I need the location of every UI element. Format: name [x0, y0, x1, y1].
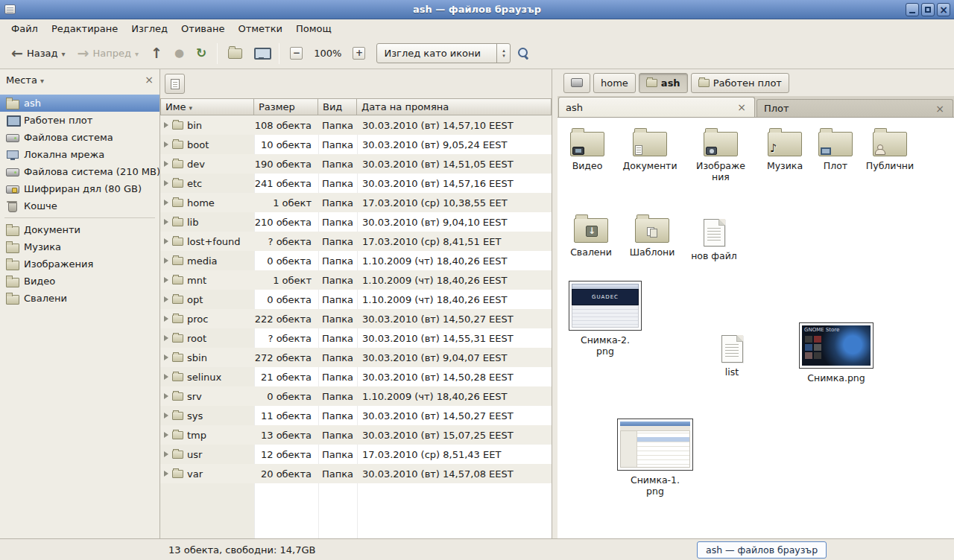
sidebar-item-12[interactable]: Свалени: [0, 290, 159, 307]
expander-icon[interactable]: [164, 413, 168, 419]
column-header-3[interactable]: Дата на промяна: [357, 98, 552, 115]
expander-icon[interactable]: [164, 122, 168, 128]
forward-history-dropdown-icon[interactable]: [135, 48, 139, 58]
icon-view-item-8[interactable]: нов файл: [683, 216, 745, 261]
sidebar-item-3[interactable]: Локална мрежа: [0, 146, 159, 163]
expander-icon[interactable]: [164, 374, 168, 380]
file-row-media[interactable]: media0 обектаПапка1.10.2009 (чт) 18,40,2…: [160, 251, 552, 270]
icon-view-item-12[interactable]: Снимка-1.png: [613, 419, 697, 497]
tab-close-icon[interactable]: [934, 103, 946, 115]
search-button[interactable]: [512, 42, 535, 66]
expander-icon[interactable]: [164, 161, 168, 167]
expander-icon[interactable]: [164, 200, 168, 206]
file-row-opt[interactable]: opt0 обектаПапка1.10.2009 (чт) 18,40,26 …: [160, 290, 552, 309]
taskbar-window-button[interactable]: ash — файлов браузър: [697, 541, 827, 559]
file-row-root[interactable]: root? обектаПапка30.03.2010 (вт) 14,55,3…: [160, 328, 552, 348]
sidebar-title[interactable]: Места: [6, 74, 37, 86]
menu-item-3[interactable]: Отиване: [174, 21, 231, 36]
file-row-tmp[interactable]: tmp13 обектаПапка30.03.2010 (вт) 15,07,2…: [160, 425, 552, 445]
sidebar-item-9[interactable]: Музика: [0, 238, 159, 255]
close-button[interactable]: [937, 3, 950, 16]
expander-icon[interactable]: [164, 393, 168, 399]
file-row-sbin[interactable]: sbin272 обектаПапка30.03.2010 (вт) 9,04,…: [160, 348, 552, 367]
tab-ash[interactable]: ash: [558, 97, 755, 117]
column-header-2[interactable]: Вид: [318, 98, 357, 115]
menu-item-1[interactable]: Редактиране: [45, 21, 124, 36]
zoom-in-button[interactable]: [347, 42, 370, 66]
icon-view-item-7[interactable]: Шаблони: [622, 213, 683, 258]
column-header-1[interactable]: Размер: [254, 98, 318, 115]
expander-icon[interactable]: [164, 180, 168, 186]
sidebar-item-10[interactable]: Изображения: [0, 255, 159, 273]
location-toggle-button[interactable]: [165, 74, 185, 94]
file-row-var[interactable]: var20 обектаПапка30.03.2010 (вт) 14,57,0…: [160, 464, 552, 483]
icon-view-item-9[interactable]: GUADECСнимка-2.png: [565, 281, 645, 357]
menu-item-5[interactable]: Помощ: [289, 21, 338, 36]
minimize-button[interactable]: [906, 3, 919, 16]
icon-view[interactable]: ВидеоДокументиИзображенияМузикаПлотПубли…: [557, 118, 954, 538]
expander-icon[interactable]: [164, 335, 168, 341]
sidebar-item-11[interactable]: Видео: [0, 273, 159, 290]
expander-icon[interactable]: [164, 432, 168, 438]
pane-splitter[interactable]: [552, 69, 557, 538]
sidebar-close-icon[interactable]: [145, 74, 154, 86]
expander-icon[interactable]: [164, 316, 168, 322]
sidebar-item-5[interactable]: Шифриран дял (80 GB): [0, 180, 159, 197]
menu-item-2[interactable]: Изглед: [124, 21, 174, 36]
titlebar[interactable]: ash — файлов браузър: [0, 0, 954, 19]
icon-view-item-6[interactable]: Свалени: [560, 213, 622, 258]
view-mode-select[interactable]: Изглед като икони: [376, 43, 511, 63]
zoom-out-button[interactable]: [285, 42, 308, 66]
expander-icon[interactable]: [164, 451, 168, 457]
up-button[interactable]: [145, 42, 168, 66]
file-row-etc[interactable]: etc241 обектаПапка30.03.2010 (вт) 14,57,…: [160, 174, 552, 193]
icon-view-item-3[interactable]: Музика: [756, 127, 814, 171]
expander-icon[interactable]: [164, 141, 168, 147]
reload-button[interactable]: [191, 42, 212, 66]
menu-item-0[interactable]: Файл: [4, 21, 45, 36]
icon-view-item-10[interactable]: list: [701, 332, 763, 378]
expander-icon[interactable]: [164, 471, 168, 477]
sidebar-item-6[interactable]: Кошче: [0, 197, 159, 214]
file-row-srv[interactable]: srv0 обектаПапка1.10.2009 (чт) 18,40,26 …: [160, 386, 552, 406]
expander-icon[interactable]: [164, 296, 168, 302]
icon-view-item-4[interactable]: Плот: [806, 127, 865, 171]
sidebar-title-dropdown-icon[interactable]: [40, 75, 44, 85]
tab-Плот[interactable]: Плот: [756, 99, 953, 117]
expander-icon[interactable]: [164, 258, 168, 264]
stop-button[interactable]: [169, 42, 189, 66]
icon-view-item-1[interactable]: Документи: [619, 127, 681, 171]
tab-close-icon[interactable]: [736, 101, 748, 113]
file-row-bin[interactable]: bin108 обектаПапка30.03.2010 (вт) 14,57,…: [160, 115, 552, 135]
expander-icon[interactable]: [164, 219, 168, 225]
sidebar-item-2[interactable]: Файлова система: [0, 129, 159, 146]
home-button[interactable]: [223, 42, 247, 66]
expander-icon[interactable]: [164, 277, 168, 283]
expander-icon[interactable]: [164, 354, 168, 360]
path-button-Работен плот[interactable]: Работен плот: [691, 73, 789, 93]
expander-icon[interactable]: [164, 238, 168, 244]
icon-view-item-2[interactable]: Изображения: [686, 127, 756, 182]
file-row-boot[interactable]: boot10 обектаПапка30.03.2010 (вт) 9,05,2…: [160, 135, 552, 154]
path-button-ash[interactable]: ash: [639, 73, 688, 93]
file-row-selinux[interactable]: selinux21 обектаПапка30.03.2010 (вт) 14,…: [160, 367, 552, 386]
icon-view-item-5[interactable]: Публични: [859, 127, 920, 171]
file-row-dev[interactable]: dev190 обектаПапка30.03.2010 (вт) 14,51,…: [160, 154, 552, 174]
file-row-lost+found[interactable]: lost+found? обектаПапка17.03.2010 (ср) 8…: [160, 232, 552, 251]
path-button-root[interactable]: [563, 73, 590, 93]
file-row-mnt[interactable]: mnt1 обектПапка1.10.2009 (чт) 18,40,26 E…: [160, 270, 552, 290]
file-row-sys[interactable]: sys11 обектаПапка30.03.2010 (вт) 14,50,2…: [160, 406, 552, 425]
forward-button[interactable]: Напред: [72, 42, 144, 66]
back-history-dropdown-icon[interactable]: [62, 48, 66, 58]
icon-view-item-11[interactable]: GNOME StoreСнимка.png: [795, 322, 878, 384]
column-header-0[interactable]: Име: [160, 98, 254, 115]
file-row-lib[interactable]: lib210 обектаПапка30.03.2010 (вт) 9,04,1…: [160, 212, 552, 232]
file-row-home[interactable]: home1 обектПапка17.03.2010 (ср) 10,38,55…: [160, 193, 552, 212]
file-row-usr[interactable]: usr12 обектаПапка17.03.2010 (ср) 8,51,43…: [160, 445, 552, 464]
view-mode-spinner-icon[interactable]: [496, 44, 510, 63]
computer-button[interactable]: [249, 42, 274, 66]
path-button-home[interactable]: home: [593, 73, 636, 93]
menu-item-4[interactable]: Отметки: [231, 21, 288, 36]
icon-view-item-0[interactable]: Видео: [557, 127, 617, 171]
sidebar-item-1[interactable]: Работен плот: [0, 112, 159, 129]
